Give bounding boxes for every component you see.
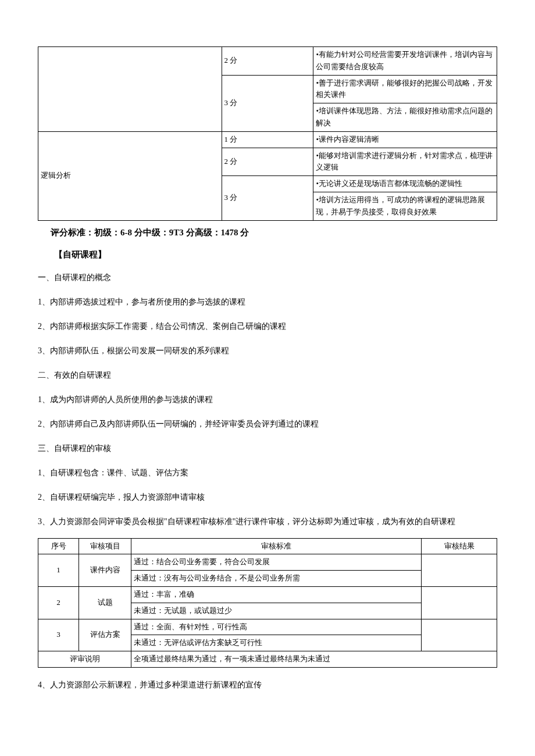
table-header-row: 序号 审核项目 审核标准 审核结果 <box>38 538 497 554</box>
category-cell: 逻辑分析 <box>38 131 222 220</box>
paragraph: 一、自研课程的概念 <box>38 270 497 286</box>
result-cell <box>422 554 497 587</box>
paragraph: 3、人力资源部会同评审委员会根据"自研课程审核标准"进行课件审核，评分达标即为通… <box>38 514 497 530</box>
std-cell: 未通过：无试题，或试题过少 <box>131 603 422 619</box>
rating-standard: 评分标准：初级：6-8 分中级：9T3 分高级：1478 分 <box>51 225 497 239</box>
item-cell: 评估方案 <box>79 619 131 651</box>
paragraph: 1、内部讲师选拔过程中，参与者所使用的参与选拔的课程 <box>38 294 497 310</box>
section-header: 【自研课程】 <box>54 248 497 261</box>
footer-label: 评审说明 <box>38 651 131 668</box>
item-cell: 课件内容 <box>79 554 131 587</box>
score-cell: 3 分 <box>222 176 313 220</box>
desc-cell: •培训课件体现思路、方法，能很好推动需求点问题的解决 <box>313 103 497 132</box>
table-row: 逻辑分析 1 分 •课件内容逻辑清晰 <box>38 131 497 148</box>
header-seq: 序号 <box>38 538 79 554</box>
paragraph: 二、有效的自研课程 <box>38 367 497 384</box>
desc-cell: •能够对培训需求进行逻辑分析，针对需求点，梳理讲义逻辑 <box>313 148 497 176</box>
score-cell: 2 分 <box>222 47 313 76</box>
header-std: 审核标准 <box>131 538 422 554</box>
seq-cell: 1 <box>38 554 79 587</box>
table-row: 2 分 •有能力针对公司经营需要开发培训课件，培训内容与公司需要结合度较高 <box>38 47 497 76</box>
desc-cell: •课件内容逻辑清晰 <box>313 131 497 148</box>
item-cell: 试题 <box>79 586 131 619</box>
header-item: 审核项目 <box>79 538 131 554</box>
table-row: 1 课件内容 通过：结合公司业务需要，符合公司发展 <box>38 554 497 571</box>
paragraph: 2、自研课程研编完毕，报人力资源部申请审核 <box>38 489 497 506</box>
table-row: 3 评估方案 通过：全面、有针对性，可行性高 <box>38 619 497 635</box>
paragraph: 1、成为内部讲师的人员所使用的参与选拔的课程 <box>38 392 497 408</box>
header-result: 审核结果 <box>422 538 497 554</box>
table-footer-row: 评审说明 全项通过最终结果为通过，有一项未通过最终结果为未通过 <box>38 651 497 668</box>
paragraph: 1、自研课程包含：课件、试题、评估方案 <box>38 465 497 481</box>
paragraph: 4、人力资源部公示新课程，并通过多种渠道进行新课程的宣传 <box>38 677 497 693</box>
desc-cell: •培训方法运用得当，可成功的将课程的逻辑思路展现，并易于学员接受，取得良好效果 <box>313 192 497 220</box>
paragraph: 2、内部讲师自己及内部讲师队伍一同研编的，并经评审委员会评判通过的课程 <box>38 416 497 432</box>
category-cell <box>38 47 222 132</box>
paragraph: 三、自研课程的审核 <box>38 440 497 457</box>
result-cell <box>422 619 497 651</box>
result-cell <box>422 586 497 619</box>
score-cell: 3 分 <box>222 75 313 131</box>
desc-cell: •善于进行需求调研，能够很好的把握公司战略，开发相关课件 <box>313 75 497 103</box>
desc-cell: •无论讲义还是现场语言都体现流畅的逻辑性 <box>313 176 497 192</box>
table-row: 2 试题 通过：丰富，准确 <box>38 586 497 603</box>
std-cell: 通过：结合公司业务需要，符合公司发展 <box>131 554 422 571</box>
seq-cell: 2 <box>38 586 79 619</box>
score-cell: 1 分 <box>222 131 313 148</box>
scoring-table: 2 分 •有能力针对公司经营需要开发培训课件，培训内容与公司需要结合度较高 3 … <box>38 46 497 221</box>
score-cell: 2 分 <box>222 148 313 176</box>
std-cell: 未通过：无评估或评估方案缺乏可行性 <box>131 635 422 651</box>
seq-cell: 3 <box>38 619 79 651</box>
std-cell: 未通过：没有与公司业务结合，不是公司业务所需 <box>131 571 422 587</box>
review-table: 序号 审核项目 审核标准 审核结果 1 课件内容 通过：结合公司业务需要，符合公… <box>38 538 497 668</box>
desc-cell: •有能力针对公司经营需要开发培训课件，培训内容与公司需要结合度较高 <box>313 47 497 76</box>
std-cell: 通过：丰富，准确 <box>131 586 422 603</box>
std-cell: 通过：全面、有针对性，可行性高 <box>131 619 422 635</box>
paragraph: 3、内部讲师队伍，根据公司发展一同研发的系列课程 <box>38 343 497 359</box>
paragraph: 2、内部讲师根据实际工作需要，结合公司情况、案例自己研编的课程 <box>38 318 497 335</box>
footer-text: 全项通过最终结果为通过，有一项未通过最终结果为未通过 <box>131 651 497 668</box>
